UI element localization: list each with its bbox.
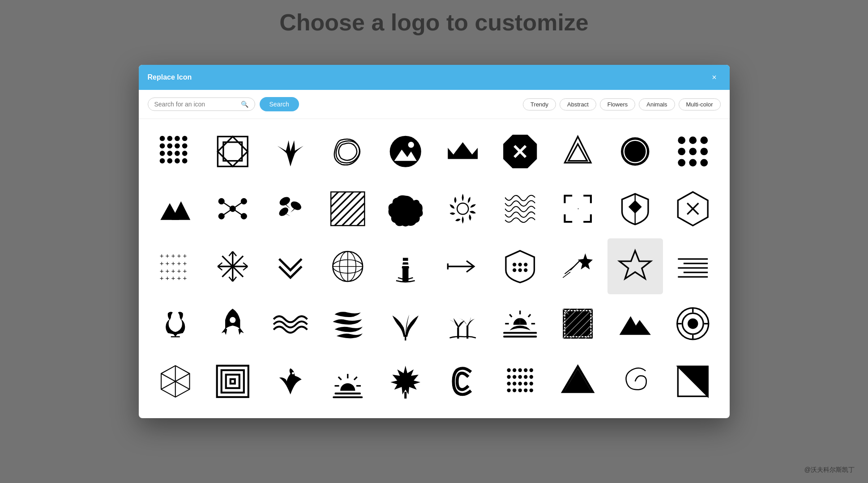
icon-spiral-circle[interactable]: [607, 353, 663, 409]
icon-leaf-branch[interactable]: [262, 181, 318, 237]
search-input[interactable]: [154, 101, 241, 108]
icon-nodes[interactable]: [205, 181, 261, 237]
icon-shield-half[interactable]: [607, 181, 663, 237]
icon-nested-squares[interactable]: [205, 353, 261, 409]
icon-x-octagon[interactable]: [492, 123, 548, 179]
svg-marker-26: [569, 144, 587, 161]
icon-botanical-branch[interactable]: [262, 123, 318, 179]
icon-diagonal-stripes[interactable]: [320, 181, 376, 237]
icon-fabric-patch[interactable]: [550, 296, 605, 352]
icon-scribble-circle[interactable]: [320, 123, 376, 179]
filter-flowers[interactable]: Flowers: [600, 98, 636, 110]
icon-bird[interactable]: [262, 353, 318, 409]
icon-nine-dots[interactable]: [665, 123, 720, 179]
svg-rect-122: [504, 332, 537, 334]
svg-point-153: [524, 368, 527, 372]
icon-sunset[interactable]: [492, 296, 548, 352]
icon-laurel-wreath[interactable]: [148, 296, 203, 352]
svg-point-159: [530, 375, 533, 378]
icon-double-chevron[interactable]: [262, 238, 318, 294]
icon-waves[interactable]: [262, 296, 318, 352]
svg-point-141: [292, 372, 294, 374]
svg-point-98: [525, 263, 527, 266]
svg-point-33: [678, 148, 685, 155]
icon-grid-container: + + + + + + + + + + + + + + + + + + + +: [139, 119, 730, 418]
icon-speed-lines[interactable]: [665, 238, 720, 294]
svg-line-143: [338, 377, 342, 380]
svg-line-54: [331, 192, 338, 200]
svg-marker-171: [678, 366, 708, 396]
svg-point-11: [182, 151, 188, 156]
icon-eye-circle[interactable]: [665, 296, 720, 352]
svg-rect-93: [401, 264, 410, 266]
svg-point-6: [175, 143, 180, 148]
close-button[interactable]: ×: [708, 71, 721, 84]
svg-point-96: [513, 263, 516, 266]
svg-point-19: [389, 136, 421, 167]
icon-dot-grid[interactable]: [492, 353, 548, 409]
icon-crown[interactable]: [435, 123, 491, 179]
svg-point-4: [160, 143, 165, 148]
svg-point-101: [525, 269, 527, 271]
icon-impossible-triangle[interactable]: [550, 353, 605, 409]
icon-shooting-star[interactable]: [550, 238, 605, 294]
svg-point-32: [700, 136, 708, 144]
icon-dots-pattern[interactable]: [148, 123, 203, 179]
svg-rect-149: [404, 392, 406, 398]
icon-mountain-silhouette[interactable]: [607, 296, 663, 352]
svg-point-168: [524, 388, 527, 392]
svg-point-165: [507, 388, 511, 392]
svg-text:+ + + + +: + + + + +: [160, 259, 187, 267]
svg-point-150: [507, 368, 511, 372]
icon-mountain-circle[interactable]: [377, 123, 433, 179]
svg-text:+ + + + +: + + + + +: [160, 267, 187, 275]
icon-palm-leaf[interactable]: [377, 296, 433, 352]
icon-palm-trees[interactable]: [435, 296, 491, 352]
svg-point-21: [408, 142, 414, 148]
icon-crop-corners[interactable]: [550, 181, 605, 237]
icon-maple-leaf[interactable]: [377, 353, 433, 409]
svg-line-48: [222, 209, 233, 216]
svg-point-163: [524, 381, 527, 385]
svg-point-7: [182, 143, 188, 148]
svg-point-152: [518, 368, 522, 372]
icon-x-hexagon[interactable]: [665, 181, 720, 237]
icon-scribble-lines[interactable]: [492, 181, 548, 237]
filter-trendy[interactable]: Trendy: [523, 98, 556, 110]
icon-arrow-right[interactable]: [435, 238, 491, 294]
filter-multicolor[interactable]: Multi-color: [679, 98, 721, 110]
svg-point-30: [678, 136, 685, 144]
icon-cross-pattern[interactable]: + + + + + + + + + + + + + + + + + + + +: [148, 238, 203, 294]
svg-point-51: [289, 200, 303, 212]
svg-rect-16: [218, 136, 248, 166]
icon-lighthouse[interactable]: [377, 238, 433, 294]
icon-diamond-square[interactable]: [205, 123, 261, 179]
icon-sunrise-outlined[interactable]: [320, 353, 376, 409]
icon-hexagon-wireframe[interactable]: [148, 353, 203, 409]
icon-floral-blob[interactable]: [377, 181, 433, 237]
icon-brush-strokes[interactable]: [320, 296, 376, 352]
svg-line-117: [510, 314, 512, 317]
icon-double-triangle[interactable]: [550, 123, 605, 179]
icon-mountains[interactable]: [148, 181, 203, 237]
icon-snowflake-burst[interactable]: [205, 238, 261, 294]
icon-wax-seal[interactable]: [607, 123, 663, 179]
svg-point-166: [513, 388, 516, 392]
svg-point-15: [182, 158, 188, 164]
icon-rocket[interactable]: [205, 296, 261, 352]
modal-toolbar: 🔍 Search Trendy Abstract Flowers Animals…: [139, 90, 730, 119]
icon-sphere-grid[interactable]: [320, 238, 376, 294]
filter-abstract[interactable]: Abstract: [560, 98, 596, 110]
filter-animals[interactable]: Animals: [639, 98, 675, 110]
search-button[interactable]: Search: [260, 97, 299, 111]
svg-point-169: [530, 388, 533, 392]
icon-shield-dots[interactable]: [492, 238, 548, 294]
search-area: 🔍 Search: [148, 97, 299, 111]
svg-point-0: [160, 136, 165, 141]
icon-c-logo[interactable]: [435, 353, 491, 409]
icon-floral-wreath[interactable]: [435, 181, 491, 237]
icon-square-diagonal[interactable]: [665, 353, 720, 409]
icon-star-outlined[interactable]: [607, 238, 663, 294]
svg-point-52: [278, 206, 290, 218]
svg-point-31: [689, 136, 697, 144]
